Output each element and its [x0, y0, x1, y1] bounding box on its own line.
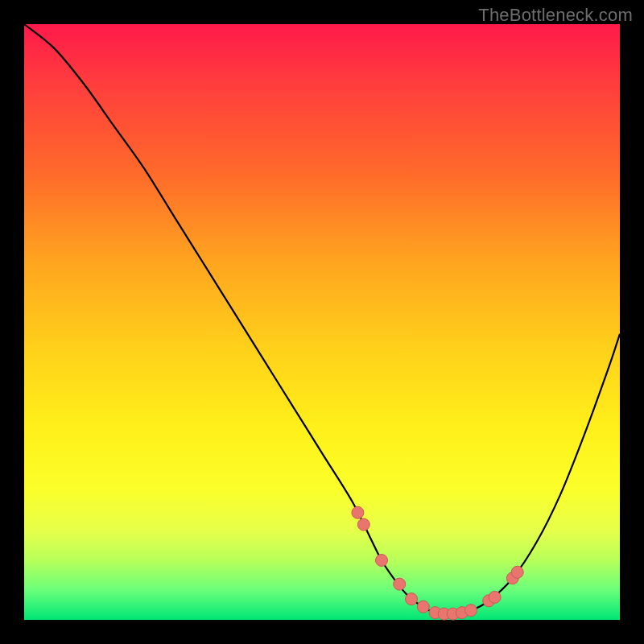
plot-area	[24, 24, 620, 620]
marker-dot	[376, 555, 388, 567]
chart-frame: TheBottleneck.com	[0, 0, 644, 644]
marker-dot	[394, 578, 406, 590]
bottleneck-curve	[24, 24, 620, 614]
marker-dot	[511, 566, 523, 578]
marker-dot	[357, 518, 369, 530]
marker-dot	[465, 605, 477, 617]
watermark-text: TheBottleneck.com	[478, 5, 633, 26]
marker-dot	[406, 593, 418, 605]
marker-dot	[352, 506, 364, 518]
marker-dot	[489, 591, 501, 603]
curve-svg	[24, 24, 620, 620]
highlight-points	[352, 506, 523, 620]
marker-dot	[417, 601, 429, 613]
